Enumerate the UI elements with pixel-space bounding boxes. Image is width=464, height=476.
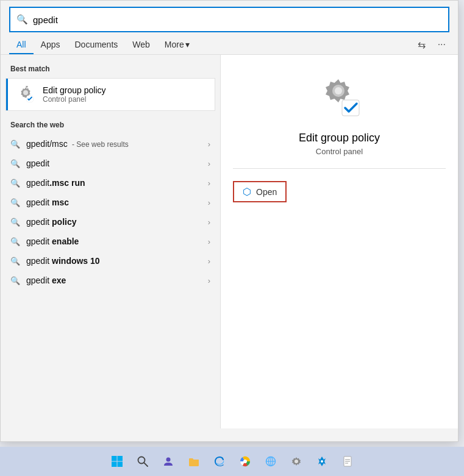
svg-rect-10 (117, 462, 123, 467)
suggestion-text-8: gpedit exe (26, 275, 208, 285)
suggestion-4[interactable]: 🔍 gpedit msc › (1, 193, 220, 212)
suggestion-text-6: gpedit enable (26, 236, 208, 246)
gpedit-icon (16, 85, 35, 104)
taskbar-teams-button[interactable] (157, 450, 179, 472)
suggestion-7[interactable]: 🔍 gpedit windows 10 › (1, 251, 220, 271)
right-app-title: Edit group policy (299, 132, 380, 144)
search-icon-4: 🔍 (10, 198, 20, 207)
tab-all[interactable]: All (9, 35, 34, 54)
taskbar-search-icon (137, 455, 149, 467)
search-icon-7: 🔍 (10, 257, 20, 266)
taskbar-chrome-icon (239, 455, 251, 467)
open-button[interactable]: ⬡ Open (233, 181, 287, 202)
search-icon-5: 🔍 (10, 218, 20, 227)
suggestion-text-3: gpedit.msc run (26, 178, 208, 188)
suggestion-3[interactable]: 🔍 gpedit.msc run › (1, 173, 220, 193)
right-app-subtitle: Control panel (316, 147, 363, 156)
best-match-label: Best match (1, 65, 220, 78)
taskbar-notepad-button[interactable] (337, 450, 359, 472)
svg-rect-8 (117, 456, 123, 461)
tab-more[interactable]: More ▾ (157, 35, 197, 54)
search-window: 🔍 All Apps Documents Web More ▾ ⇆ ··· Be… (0, 0, 459, 442)
best-match-item[interactable]: Edit group policy Control panel (5, 78, 215, 111)
taskbar-notepad-icon (341, 455, 354, 467)
start-button[interactable] (106, 450, 128, 472)
taskbar-search-button[interactable] (132, 450, 154, 472)
taskbar-settings-button[interactable] (285, 450, 307, 472)
taskbar-settings-icon (290, 455, 302, 467)
arrow-8: › (208, 276, 210, 285)
gpedit-large-icon (315, 73, 364, 122)
taskbar-network-button[interactable] (260, 450, 282, 472)
svg-point-23 (321, 460, 323, 463)
account-button[interactable]: ⇆ (414, 37, 429, 53)
best-match-title: Edit group policy (43, 85, 106, 95)
svg-point-16 (243, 460, 247, 463)
suggestion-text-5: gpedit policy (26, 217, 208, 227)
search-icon-1: 🔍 (10, 140, 20, 149)
arrow-3: › (208, 179, 210, 188)
tab-documents[interactable]: Documents (67, 35, 125, 54)
tabs-bar: All Apps Documents Web More ▾ ⇆ ··· (1, 35, 458, 55)
windows-logo (111, 455, 123, 467)
search-icon-2: 🔍 (10, 159, 20, 168)
arrow-7: › (208, 257, 210, 266)
taskbar-chrome-button[interactable] (234, 450, 256, 472)
search-bar: 🔍 (9, 7, 449, 32)
suggestion-8[interactable]: 🔍 gpedit exe › (1, 271, 220, 290)
taskbar-explorer-button[interactable] (183, 450, 205, 472)
left-panel: Best match Edi (1, 55, 220, 428)
taskbar (0, 447, 464, 476)
arrow-6: › (208, 237, 210, 246)
svg-rect-9 (112, 462, 117, 467)
taskbar-teams-icon (162, 455, 174, 467)
tab-apps[interactable]: Apps (34, 35, 68, 54)
best-match-subtitle: Control panel (43, 95, 106, 104)
taskbar-edge-icon (213, 455, 226, 467)
search-icon-8: 🔍 (10, 276, 20, 285)
right-panel: Edit group policy Control panel ⬡ Open (220, 55, 458, 428)
taskbar-edge-button[interactable] (209, 450, 230, 472)
suggestion-text-2: gpedit (26, 158, 208, 168)
svg-point-1 (23, 90, 28, 95)
open-icon: ⬡ (243, 186, 251, 197)
arrow-2: › (208, 159, 210, 168)
suggestion-1[interactable]: 🔍 gpedit/msc - See web results › (1, 134, 220, 154)
taskbar-azure-icon (316, 455, 328, 467)
svg-rect-7 (112, 456, 117, 461)
suggestion-text-4: gpedit msc (26, 197, 208, 207)
content-area: Best match Edi (1, 55, 458, 428)
taskbar-azure-button[interactable] (311, 450, 333, 472)
suggestion-5[interactable]: 🔍 gpedit policy › (1, 212, 220, 232)
arrow-1: › (208, 140, 210, 149)
arrow-4: › (208, 198, 210, 207)
tab-web[interactable]: Web (125, 35, 157, 54)
svg-point-13 (166, 458, 170, 462)
open-label: Open (256, 187, 277, 197)
divider (233, 168, 446, 169)
best-match-info: Edit group policy Control panel (43, 85, 106, 104)
suggestion-6[interactable]: 🔍 gpedit enable › (1, 232, 220, 251)
suggestion-2[interactable]: 🔍 gpedit › (1, 154, 220, 173)
tabs-right-actions: ⇆ ··· (414, 37, 449, 53)
suggestion-text-7: gpedit windows 10 (26, 256, 208, 266)
more-options-button[interactable]: ··· (434, 37, 449, 53)
search-icon-3: 🔍 (10, 179, 20, 188)
app-icon-large (315, 73, 364, 122)
arrow-5: › (208, 218, 210, 227)
taskbar-network-icon (265, 455, 277, 467)
svg-point-5 (335, 87, 342, 94)
search-icon-6: 🔍 (10, 237, 20, 246)
search-web-label: Search the web (1, 111, 220, 134)
taskbar-explorer-icon (188, 455, 200, 467)
suggestion-text-1: gpedit/msc - See web results (26, 139, 208, 149)
search-icon: 🔍 (16, 14, 28, 25)
svg-line-12 (144, 463, 148, 466)
search-input[interactable] (33, 15, 442, 25)
svg-point-21 (294, 460, 298, 463)
